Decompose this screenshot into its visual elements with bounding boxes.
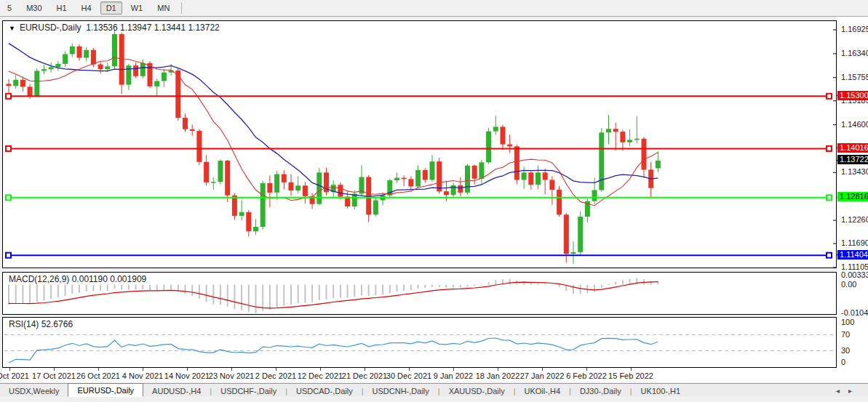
line-endpoint-handle[interactable] — [827, 195, 832, 200]
macd-histogram-bar — [615, 281, 616, 284]
macd-histogram-bar — [319, 285, 320, 300]
macd-histogram-bar — [290, 285, 292, 305]
candle-body-bull — [634, 139, 640, 140]
line-endpoint-handle[interactable] — [6, 146, 11, 151]
timeframe-button-w1[interactable]: W1 — [125, 1, 149, 15]
timeframe-button-5[interactable]: 5 — [1, 1, 17, 15]
chart-tab-ukoil-h4[interactable]: UKOil-,H4 — [516, 385, 570, 397]
macd-histogram-bar — [410, 285, 412, 290]
candle-body-bull — [274, 174, 279, 193]
macd-histogram-bar — [220, 285, 221, 305]
timeframe-button-d1[interactable]: D1 — [100, 1, 122, 15]
candle-body-bull — [49, 67, 54, 69]
macd-histogram-bar — [191, 285, 193, 296]
chart-tab-usdx-weekly[interactable]: USDX,Weekly — [0, 385, 68, 397]
candle-body-bull — [479, 162, 484, 178]
timeframe-button-mn[interactable]: MN — [151, 1, 175, 15]
macd-histogram-bar — [121, 285, 122, 290]
macd-histogram-bar — [44, 285, 45, 301]
chart-tab-usdcnh-daily[interactable]: USDCNH-,Daily — [364, 385, 438, 397]
macd-histogram-bar — [156, 285, 158, 291]
candle-body-bull — [627, 140, 632, 142]
candle-body-bull — [394, 178, 399, 180]
timeframe-button-h4[interactable]: H4 — [76, 1, 97, 15]
candle-body-bull — [70, 47, 75, 55]
candle-body-bull — [430, 161, 435, 180]
date-tick — [9, 368, 10, 371]
macd-histogram-bar — [326, 285, 327, 300]
macd-axis-label: 0.003331 — [841, 270, 868, 279]
date-tick — [498, 368, 498, 371]
candle-body-bear — [7, 84, 12, 86]
macd-histogram-bar — [199, 285, 200, 299]
price-tag-tick — [837, 95, 840, 96]
candle-body-bear — [225, 161, 230, 196]
price-tag-tick — [837, 160, 840, 161]
candle-body-bear — [564, 214, 569, 254]
date-axis[interactable]: 7 Oct 202117 Oct 202126 Oct 20214 Nov 20… — [2, 368, 837, 382]
price-chart-panel[interactable]: ▼EURUSD-,Daily 1.13536 1.13947 1.13441 1… — [2, 20, 837, 268]
price-axis[interactable]: 1.169251.163401.157551.151851.146001.134… — [837, 17, 868, 382]
candle-body-bull — [295, 185, 300, 190]
candle-body-bear — [20, 80, 25, 87]
candle-body-bear — [98, 64, 103, 69]
price-axis-label: 1.16340 — [841, 49, 868, 57]
macd-histogram-bar — [559, 285, 560, 287]
candle-body-bull — [316, 172, 322, 204]
line-endpoint-handle[interactable] — [6, 94, 11, 99]
macd-histogram-bar — [255, 285, 257, 313]
macd-histogram-bar — [79, 285, 80, 293]
chart-tab-uk100-h1[interactable]: UK100-,H1 — [632, 385, 689, 397]
candle-body-bear — [437, 161, 442, 191]
macd-histogram-bar — [650, 281, 652, 284]
macd-histogram-bar — [298, 285, 299, 304]
chart-tab-usdcad-daily[interactable]: USDCAD-,Daily — [287, 385, 362, 397]
tab-scroll-arrows[interactable]: ◂▸ — [836, 387, 861, 395]
macd-histogram-bar — [283, 285, 284, 306]
chart-tab-eurusd-daily[interactable]: EURUSD-,Daily — [68, 383, 143, 397]
tab-scroll-right-icon[interactable]: ▸ — [848, 387, 861, 395]
candle-body-bear — [543, 172, 548, 180]
candle-body-bear — [402, 178, 407, 180]
chart-tab-xauusd-daily[interactable]: XAUUSD-,Daily — [440, 385, 514, 397]
date-tick — [320, 368, 321, 371]
chart-ohlc-values: 1.13536 1.13947 1.13441 1.13722 — [86, 23, 220, 33]
macd-histogram-bar — [601, 285, 602, 288]
chart-tab-usdchf-daily[interactable]: USDCHF-,Daily — [212, 385, 285, 397]
date-tick — [276, 368, 276, 371]
timeframe-button-m30[interactable]: M30 — [20, 1, 47, 15]
macd-histogram-bar — [397, 285, 398, 292]
line-endpoint-handle[interactable] — [827, 146, 832, 151]
candlestick-chart[interactable] — [3, 21, 836, 268]
tab-scroll-left-icon[interactable]: ◂ — [836, 387, 848, 395]
candle-body-bull — [415, 170, 421, 186]
date-tick — [98, 368, 99, 371]
macd-histogram-bar — [439, 285, 440, 287]
macd-histogram-bar — [375, 285, 376, 296]
macd-histogram-bar — [382, 285, 383, 295]
candle-body-bear — [549, 180, 554, 189]
macd-histogram-bar — [340, 285, 341, 298]
macd-panel[interactable]: MACD(12,26,9) 0.001190 0.001909 — [2, 272, 837, 315]
price-axis-label: 1.15755 — [841, 73, 868, 81]
line-endpoint-handle[interactable] — [827, 94, 832, 99]
candle-body-bear — [196, 131, 202, 162]
line-endpoint-handle[interactable] — [827, 253, 832, 258]
rsi-axis-label: 30 — [841, 346, 850, 355]
chart-dropdown-icon[interactable]: ▼ — [9, 25, 15, 32]
macd-histogram-bar — [488, 282, 490, 284]
timeframe-button-h1[interactable]: H1 — [51, 1, 73, 15]
line-endpoint-handle[interactable] — [6, 195, 11, 200]
macd-histogram-bar — [530, 283, 532, 285]
candle-body-bear — [190, 129, 195, 131]
line-endpoint-handle[interactable] — [6, 253, 11, 258]
timeframe-buttons: 5M30H1H4D1W1MN — [0, 1, 177, 15]
candle-body-bull — [63, 54, 68, 63]
candle-body-bear — [408, 179, 413, 186]
rsi-panel[interactable]: RSI(14) 52.6766 — [2, 317, 837, 368]
macd-axis-label: 0.00 — [841, 280, 856, 289]
chart-tab-audusd-h4[interactable]: AUDUSD-,H4 — [143, 385, 210, 397]
chart-tabs: USDX,WeeklyEURUSD-,DailyAUDUSD-,H4|USDCH… — [0, 385, 689, 397]
candle-body-bear — [528, 172, 533, 185]
chart-tab-dj30-daily[interactable]: DJ30-,Daily — [571, 385, 630, 397]
